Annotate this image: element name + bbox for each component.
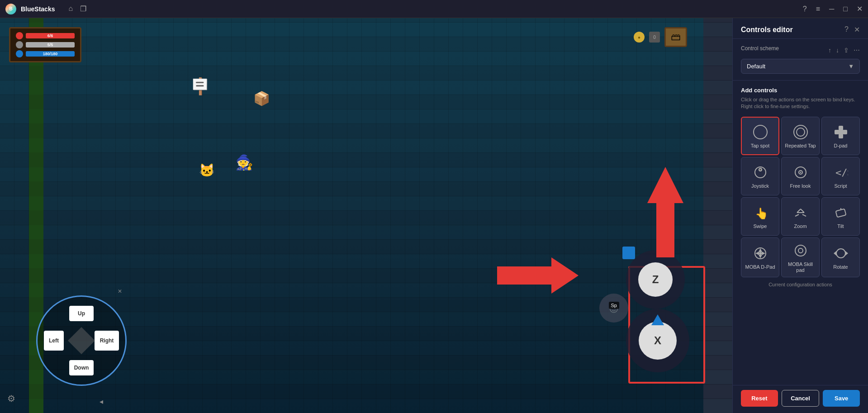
svg-rect-5: [843, 130, 847, 134]
nav-icons: ⌂ ❐: [68, 5, 86, 13]
svg-marker-0: [497, 257, 579, 294]
scheme-download-icon[interactable]: ↓: [836, 47, 839, 54]
rotate-label: Rotate: [833, 264, 848, 270]
svg-point-12: [800, 171, 801, 173]
control-item-dpad[interactable]: D-pad: [821, 117, 860, 155]
svg-marker-18: [759, 248, 762, 252]
hp-icon: [16, 32, 23, 39]
dpad-control-icon: [833, 124, 849, 140]
shield-text: 5/5: [26, 42, 75, 47]
control-item-joystick[interactable]: Joystick: [741, 157, 779, 195]
svg-text:👆: 👆: [755, 207, 768, 220]
svg-rect-15: [835, 209, 846, 217]
svg-text:</>: </>: [835, 167, 848, 178]
control-item-repeated-tap[interactable]: Repeated Tap: [781, 117, 820, 155]
repeated-tap-label: Repeated Tap: [785, 143, 816, 149]
mobaskill-svg: [793, 243, 808, 258]
control-item-tap-spot[interactable]: Tap spot: [741, 117, 779, 155]
dpad-right-button[interactable]: Right: [95, 331, 119, 351]
add-controls-title: Add controls: [741, 87, 860, 94]
menu-button[interactable]: ≡: [816, 5, 820, 13]
sp-label: Sp: [609, 302, 619, 309]
tap-spot-circle: [753, 125, 768, 139]
shield-row: 5/5: [16, 41, 75, 48]
stack-icon[interactable]: ❐: [80, 5, 86, 13]
control-item-zoom[interactable]: Zoom: [781, 197, 820, 236]
dpad-center: [68, 327, 95, 354]
svg-marker-20: [755, 252, 759, 255]
hp-text: 6/6: [26, 33, 75, 38]
collapse-arrow-button[interactable]: ◂: [100, 397, 642, 406]
minimize-button[interactable]: ─: [829, 5, 834, 13]
x-action-button[interactable]: X: [639, 322, 677, 360]
svg-rect-2: [839, 126, 843, 130]
swipe-label: Swipe: [754, 223, 767, 229]
control-item-script[interactable]: </> Script: [821, 157, 860, 195]
mana-bar: 180/180: [26, 51, 75, 57]
mana-icon: [16, 50, 23, 57]
scheme-section: Control scheme ↑ ↓ ⇪ ⋯ Default ▼: [733, 39, 868, 81]
panel-help-icon[interactable]: ?: [844, 25, 849, 34]
tilt-icon: [833, 204, 849, 221]
scheme-share-icon[interactable]: ⇪: [844, 47, 849, 54]
counter-icon: 0: [649, 32, 660, 43]
script-svg: </>: [834, 165, 848, 180]
reset-button[interactable]: Reset: [741, 390, 778, 407]
panel-header-icons: ? ✕: [844, 25, 860, 34]
control-item-moba-skill[interactable]: MOBA Skill pad: [781, 237, 820, 277]
dpad-up-button[interactable]: Up: [69, 306, 94, 321]
blue-triangle-x: [651, 314, 664, 325]
dpad-left-button[interactable]: Left: [44, 331, 64, 351]
hp-row: 6/6: [16, 32, 75, 39]
save-button[interactable]: Save: [823, 390, 860, 407]
panel-title: Controls editor: [741, 26, 793, 34]
scheme-selected-value: Default: [747, 63, 765, 70]
svg-rect-4: [835, 130, 839, 134]
swipe-svg: 👆: [753, 205, 768, 220]
free-look-icon: [792, 164, 809, 180]
scheme-label: Control scheme: [741, 45, 779, 52]
panel-header: Controls editor ? ✕: [733, 18, 868, 39]
panel-bottom-buttons: Reset Cancel Save: [733, 385, 868, 413]
scheme-more-icon[interactable]: ⋯: [854, 47, 860, 54]
svg-point-22: [759, 252, 762, 255]
cat-character: 🐱: [199, 163, 215, 178]
svg-marker-21: [762, 252, 765, 255]
dpad-down-button[interactable]: Down: [69, 360, 94, 375]
player-character: 🧙: [235, 154, 253, 171]
dpad-circle: Up Down Left Right: [36, 295, 127, 386]
maximize-button[interactable]: □: [843, 5, 848, 13]
control-item-tilt[interactable]: Tilt: [821, 197, 860, 236]
moba-skill-icon: [792, 242, 809, 259]
top-icons: ● 0 🗃: [634, 27, 687, 47]
dpad-close-icon[interactable]: ✕: [118, 288, 122, 294]
red-arrow-up: [647, 167, 683, 259]
control-grid: Tap spot Repeated Tap: [741, 117, 860, 277]
control-item-rotate[interactable]: Rotate: [821, 237, 860, 277]
control-item-free-look[interactable]: Free look: [781, 157, 820, 195]
scheme-upload-icon[interactable]: ↑: [828, 47, 831, 54]
control-item-moba-dpad[interactable]: MOBA D-Pad: [741, 237, 779, 277]
shield-icon: [16, 41, 23, 48]
svg-point-24: [798, 248, 803, 253]
close-button[interactable]: ✕: [857, 5, 863, 13]
help-button[interactable]: ?: [803, 5, 807, 13]
dpad-svg-icon: [834, 125, 848, 139]
z-action-button[interactable]: Z: [638, 262, 673, 297]
svg-marker-26: [834, 251, 836, 256]
game-viewport: 6/6 5/5 180/180 ● 0 🗃: [0, 18, 732, 413]
moba-skill-label: MOBA Skill pad: [784, 261, 816, 273]
rotate-svg: [834, 246, 848, 261]
control-item-swipe[interactable]: 👆 Swipe: [741, 197, 779, 236]
rotate-icon: [833, 245, 849, 261]
settings-gear-button[interactable]: ⚙: [7, 393, 20, 406]
script-icon: </>: [833, 164, 849, 180]
chest-icon: 🗃: [664, 27, 687, 47]
svg-point-23: [795, 245, 806, 256]
scheme-select-dropdown[interactable]: Default ▼: [741, 59, 860, 74]
home-icon[interactable]: ⌂: [68, 5, 73, 13]
repeated-tap-icon-container: [792, 124, 809, 140]
cancel-button[interactable]: Cancel: [782, 390, 820, 407]
panel-close-icon[interactable]: ✕: [854, 25, 860, 34]
freelook-svg: [793, 165, 808, 180]
